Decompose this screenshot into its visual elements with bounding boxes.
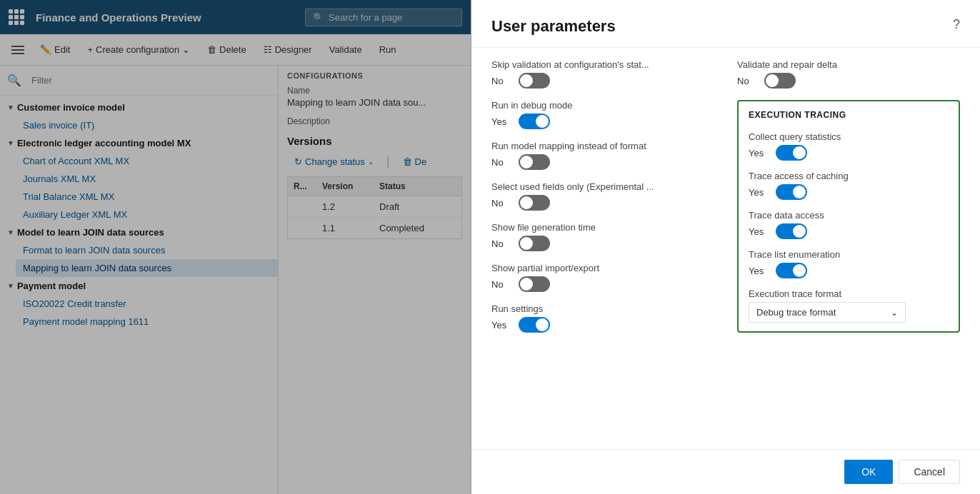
help-icon[interactable]: ? — [953, 17, 960, 32]
param-value-select-used-fields: No — [491, 198, 511, 208]
exec-param-label-collect-query: Collect query statistics — [749, 131, 949, 142]
toggle-collect-query-stats[interactable] — [776, 145, 807, 161]
param-show-partial-import: Show partial import/export No — [491, 263, 714, 292]
param-label-show-partial-import: Show partial import/export — [491, 263, 714, 273]
modal-header: User parameters ? — [471, 0, 980, 48]
exec-dropdown-value: Debug trace format — [756, 307, 836, 318]
toggle-show-partial-import[interactable] — [519, 276, 550, 292]
exec-trace-format-dropdown[interactable]: Debug trace format ⌄ — [749, 302, 906, 323]
param-value-show-partial-import: No — [491, 279, 511, 290]
param-run-model-mapping: Run model mapping instead of format No — [491, 141, 714, 170]
modal-body: Skip validation at configuration's stat.… — [471, 48, 980, 449]
param-collect-query-stats: Collect query statistics Yes — [749, 131, 949, 161]
param-validate-repair: Validate and repair delta No — [737, 59, 960, 89]
modal-col-right: Validate and repair delta No EXECUTION T… — [737, 59, 960, 438]
exec-param-value-trace-data: Yes — [749, 226, 769, 237]
toggle-run-model-mapping[interactable] — [519, 154, 550, 170]
modal-footer: OK Cancel — [471, 449, 980, 494]
modal-col-left: Skip validation at configuration's stat.… — [491, 59, 714, 438]
toggle-trace-data-access[interactable] — [776, 223, 807, 239]
toggle-select-used-fields[interactable] — [519, 195, 550, 211]
param-skip-validation: Skip validation at configuration's stat.… — [491, 59, 714, 89]
execution-tracing-header: EXECUTION TRACING — [749, 110, 949, 120]
exec-param-value-collect-query: Yes — [749, 148, 769, 158]
param-value-run-settings: Yes — [491, 320, 511, 331]
param-value-validate-repair: No — [737, 76, 757, 86]
param-select-used-fields: Select used fields only (Experimental ..… — [491, 181, 714, 211]
modal-title: User parameters — [491, 17, 616, 36]
param-label-select-used-fields: Select used fields only (Experimental ..… — [491, 181, 714, 192]
dropdown-arrow-icon: ⌄ — [891, 308, 898, 318]
toggle-validate-repair[interactable] — [764, 73, 796, 89]
param-label-run-settings: Run settings — [491, 303, 714, 314]
param-trace-data-access: Trace data access Yes — [749, 210, 949, 239]
param-trace-access-caching: Trace access of caching Yes — [749, 171, 949, 200]
param-value-skip-validation: No — [491, 76, 511, 86]
exec-trace-format-label: Execution trace format — [749, 288, 949, 299]
toggle-show-file-gen[interactable] — [519, 236, 550, 251]
param-label-show-file-gen: Show file generation time — [491, 222, 714, 233]
param-exec-trace-format: Execution trace format Debug trace forma… — [749, 288, 949, 323]
toggle-run-settings[interactable] — [519, 317, 550, 333]
param-run-settings: Run settings Yes — [491, 303, 714, 333]
param-label-validate-repair: Validate and repair delta — [737, 59, 960, 70]
param-value-run-debug-mode: Yes — [491, 116, 511, 127]
toggle-trace-access-caching[interactable] — [776, 184, 807, 200]
exec-param-label-trace-data: Trace data access — [749, 210, 949, 221]
cancel-button[interactable]: Cancel — [899, 460, 960, 484]
execution-tracing-box: EXECUTION TRACING Collect query statisti… — [737, 100, 960, 333]
exec-param-label-trace-caching: Trace access of caching — [749, 171, 949, 181]
param-label-run-debug-mode: Run in debug mode — [491, 100, 714, 111]
exec-param-value-trace-caching: Yes — [749, 187, 769, 198]
user-parameters-modal: User parameters ? Skip validation at con… — [471, 0, 980, 494]
param-label-skip-validation: Skip validation at configuration's stat.… — [491, 59, 714, 70]
param-label-run-model-mapping: Run model mapping instead of format — [491, 141, 714, 151]
param-show-file-gen: Show file generation time No — [491, 222, 714, 251]
param-value-show-file-gen: No — [491, 238, 511, 249]
param-value-run-model-mapping: No — [491, 157, 511, 168]
toggle-trace-list-enum[interactable] — [776, 263, 807, 278]
modal-overlay: User parameters ? Skip validation at con… — [0, 0, 980, 494]
toggle-run-debug-mode[interactable] — [519, 114, 550, 129]
exec-param-value-trace-list: Yes — [749, 266, 769, 276]
ok-button[interactable]: OK — [844, 460, 893, 484]
toggle-skip-validation[interactable] — [519, 73, 550, 89]
param-trace-list-enum: Trace list enumeration Yes — [749, 249, 949, 278]
exec-param-label-trace-list: Trace list enumeration — [749, 249, 949, 260]
param-run-debug-mode: Run in debug mode Yes — [491, 100, 714, 129]
